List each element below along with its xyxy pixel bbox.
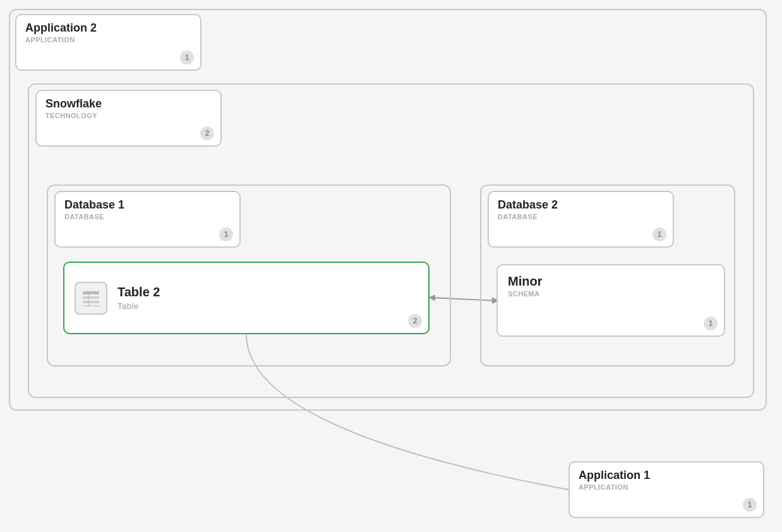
snowflake-badge: 2 [200, 126, 214, 140]
svg-rect-4 [83, 305, 99, 306]
snowflake-node[interactable]: Snowflake TECHNOLOGY 2 [35, 90, 222, 147]
svg-rect-2 [83, 296, 99, 299]
table2-title: Table 2 [117, 285, 418, 299]
app2-title: Application 2 [25, 21, 191, 35]
app1-node[interactable]: Application 1 APPLICATION 1 [568, 461, 764, 518]
svg-rect-3 [83, 301, 99, 303]
minor-type: SCHEMA [508, 290, 714, 298]
minor-node[interactable]: Minor SCHEMA 1 [496, 264, 725, 337]
app1-type: APPLICATION [579, 483, 754, 491]
table-icon [75, 282, 107, 315]
db1-node[interactable]: Database 1 DATABASE 1 [54, 191, 241, 248]
table2-type: Table [117, 301, 418, 311]
svg-rect-1 [83, 291, 99, 294]
db1-type: DATABASE [64, 213, 231, 221]
snowflake-title: Snowflake [45, 97, 212, 111]
minor-badge: 1 [704, 317, 718, 330]
app2-badge: 1 [180, 51, 194, 64]
app1-title: Application 1 [579, 469, 754, 482]
db2-title: Database 2 [498, 198, 664, 212]
db1-badge: 1 [219, 227, 233, 241]
db1-title: Database 1 [64, 198, 231, 212]
app2-node[interactable]: Application 2 APPLICATION 1 [15, 14, 202, 71]
db2-node[interactable]: Database 2 DATABASE 1 [488, 191, 674, 248]
table2-badge: 2 [408, 314, 422, 328]
table2-content: Table 2 Table [117, 285, 418, 311]
table2-node[interactable]: Table 2 Table 2 [63, 262, 430, 334]
minor-title: Minor [508, 274, 714, 289]
app2-type: APPLICATION [25, 36, 191, 44]
db2-badge: 1 [653, 227, 666, 241]
db2-type: DATABASE [498, 213, 664, 221]
snowflake-type: TECHNOLOGY [45, 112, 212, 119]
canvas: Application 2 APPLICATION 1 Snowflake TE… [0, 0, 782, 532]
app1-badge: 1 [743, 498, 757, 512]
